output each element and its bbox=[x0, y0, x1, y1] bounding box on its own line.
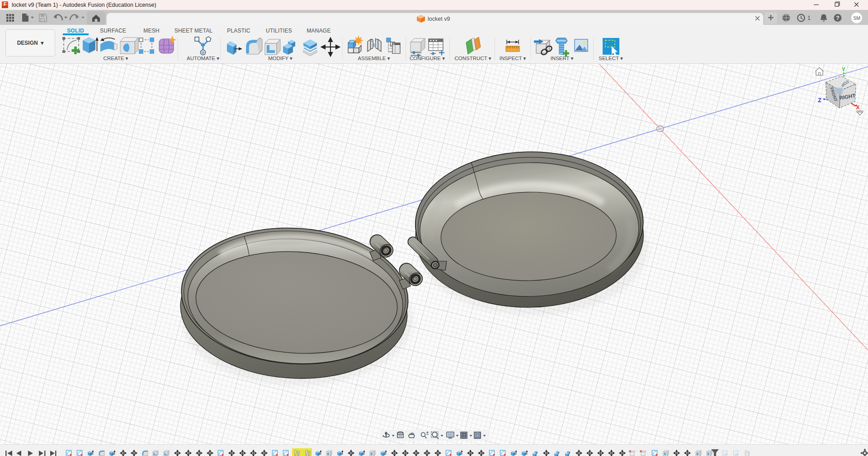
svg-text:locket v9: locket v9 bbox=[428, 16, 450, 22]
svg-text:SM: SM bbox=[853, 15, 860, 21]
svg-text:?: ? bbox=[836, 15, 839, 21]
svg-text:Z: Z bbox=[818, 97, 821, 103]
svg-text:F: F bbox=[4, 2, 6, 7]
svg-text:Y: Y bbox=[842, 66, 846, 73]
svg-text:1: 1 bbox=[807, 15, 811, 21]
svg-text:X: X bbox=[856, 104, 860, 111]
